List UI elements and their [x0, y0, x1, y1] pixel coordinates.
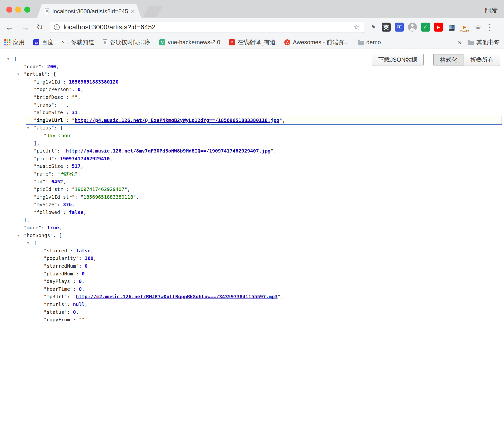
colon: :	[53, 232, 59, 238]
json-key: popularity	[47, 255, 76, 261]
json-line: "starredNum": 0,	[0, 262, 504, 270]
quote: "	[24, 225, 27, 230]
bookmark-apps[interactable]: 应用	[4, 38, 25, 46]
json-line: "mvSize": 376,	[0, 201, 504, 209]
collapse-toggle-icon[interactable]: ▼	[27, 124, 29, 132]
window-close-button[interactable]	[6, 7, 12, 13]
collapse-toggle-icon[interactable]: ▼	[17, 232, 19, 239]
qr-code-icon[interactable]: ▦	[447, 23, 456, 32]
json-key: picId_str	[37, 186, 63, 192]
apps-dot	[4, 44, 6, 45]
json-line: "img1v1Id_str": "18569651883380118",	[0, 193, 504, 201]
colon: :	[47, 71, 53, 77]
json-key: hearTime	[47, 286, 70, 292]
colon: :	[57, 148, 63, 154]
json-punctuation: ,	[85, 317, 88, 323]
quote: "	[79, 317, 82, 323]
json-punctuation: ,	[77, 171, 80, 177]
bookmark-demo[interactable]: demo	[358, 39, 381, 46]
colon: :	[66, 117, 72, 123]
fe-icon[interactable]: FE	[395, 23, 404, 32]
forward-button[interactable]: →	[21, 23, 30, 32]
quote: "	[38, 225, 41, 230]
json-value: 0	[82, 271, 85, 277]
json-value: true	[47, 225, 59, 230]
json-url-link[interactable]: http://p4.music.126.net/8mv7qP30Pd3oHW8b…	[66, 148, 270, 154]
collapse-toggle-icon[interactable]: ▼	[27, 239, 29, 247]
bookmark-label: 在线翻译_有道	[237, 38, 276, 46]
bookmark-google-sort[interactable]: 谷歌按时间排序	[103, 38, 151, 46]
youtube-icon[interactable]: ▶	[434, 23, 443, 32]
json-punctuation: ,	[88, 263, 91, 269]
json-url-link[interactable]: http://p4.music.126.net/Q_ExePNkmqB2yWyL…	[75, 117, 279, 123]
json-line: "copyFrom": "",	[0, 316, 504, 324]
bookmark-vue-hackernews[interactable]: Vvue-hackernews-2.0	[159, 39, 220, 46]
bookmark-youdao-translate[interactable]: Y在线翻译_有道	[229, 38, 276, 46]
colon: :	[66, 163, 72, 169]
tab-close-button[interactable]: ×	[131, 7, 135, 16]
json-key: alias	[37, 125, 51, 131]
url-text[interactable]: localhost:3000/artists?id=6452	[64, 23, 353, 31]
json-punctuation: ,	[81, 86, 84, 92]
json-line: ▼{	[0, 55, 504, 63]
quote: "	[63, 94, 66, 100]
player-icon[interactable]: ▶PLAYER	[460, 23, 469, 32]
address-bar[interactable]: i localhost:3000/artists?id=6452 ☆	[50, 22, 364, 33]
quote: "	[34, 117, 37, 123]
collapse-toggle-icon[interactable]: ▼	[17, 70, 19, 78]
reload-button[interactable]: ↻	[36, 23, 43, 31]
navigation-toolbar: ← → ↻ i localhost:3000/artists?id=6452 ☆…	[0, 18, 504, 36]
new-tab-button[interactable]	[143, 6, 163, 17]
colon: :	[66, 94, 72, 100]
quote: "	[51, 156, 54, 162]
user-icon[interactable]	[408, 23, 417, 32]
bookmark-baidu[interactable]: 百百度一下，你就知道	[33, 38, 94, 46]
other-bookmarks-folder[interactable]: 其他书签	[468, 38, 500, 46]
bookmarks-overflow-chevron[interactable]: »	[458, 38, 462, 46]
quote: "	[51, 125, 54, 131]
shield-icon[interactable]: ✓	[421, 23, 430, 32]
quote: "	[34, 86, 37, 92]
window-zoom-button[interactable]	[24, 7, 30, 13]
json-punctuation: ,	[66, 102, 69, 108]
indent-guide	[29, 248, 29, 323]
json-punctuation: ,	[273, 148, 276, 154]
quote: "	[54, 148, 57, 154]
quote: "	[124, 186, 127, 192]
quote: "	[60, 209, 63, 215]
browser-menu-button[interactable]: ⋮	[486, 22, 494, 32]
quote: "	[67, 248, 70, 254]
back-button[interactable]: ←	[5, 23, 14, 32]
paw-icon[interactable]	[473, 23, 482, 32]
quote: "	[63, 163, 66, 169]
collapse-toggle-icon[interactable]: ▼	[7, 55, 9, 63]
json-punctuation: ,	[85, 271, 88, 277]
bookmark-label: 谷歌按时间排序	[110, 38, 151, 46]
bookmark-star-icon[interactable]: ☆	[353, 23, 360, 31]
window-minimize-button[interactable]	[15, 7, 21, 13]
quote: "	[72, 94, 75, 100]
bookmark-label: 其他书签	[476, 38, 500, 46]
quote: "	[70, 286, 73, 292]
json-key: id	[37, 179, 42, 185]
quote: "	[63, 102, 66, 108]
translate-icon[interactable]: 英	[382, 23, 391, 32]
page-info-icon[interactable]: i	[54, 24, 60, 30]
quote: "	[34, 186, 37, 192]
json-punctuation: ,	[63, 179, 66, 185]
browser-tab[interactable]: localhost:3000/artists?id=645 ×	[37, 4, 141, 18]
flag-icon[interactable]: ⚑	[369, 23, 378, 32]
tab-title: localhost:3000/artists?id=645	[52, 8, 129, 15]
quote: "	[44, 255, 47, 261]
quote: "	[72, 117, 75, 123]
json-punctuation: ,	[78, 110, 81, 115]
quote: "	[34, 209, 37, 215]
bookmark-awesomes[interactable]: AAwesomes - 前端资...	[284, 38, 349, 46]
json-line: ],	[0, 140, 504, 147]
quote: "	[34, 148, 37, 154]
json-url-link[interactable]: http://m2.music.126.net/RMJR7wDullRqppBk…	[76, 294, 277, 299]
json-punctuation: ,	[85, 301, 88, 307]
json-line: "albumSize": 31,	[0, 109, 504, 117]
indent-guide	[29, 133, 29, 138]
colon: :	[67, 309, 73, 315]
